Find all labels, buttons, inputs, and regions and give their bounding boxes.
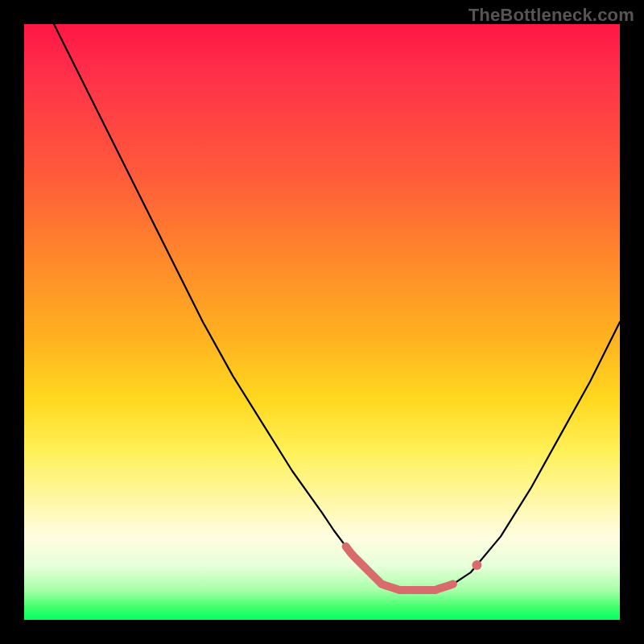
watermark-text: TheBottleneck.com [469, 5, 634, 26]
chart-overlay [24, 24, 620, 620]
chart-curve [54, 24, 620, 590]
chart-frame: TheBottleneck.com [0, 0, 644, 644]
chart-highlight-segment [346, 547, 453, 590]
chart-highlight-dot [472, 560, 481, 570]
